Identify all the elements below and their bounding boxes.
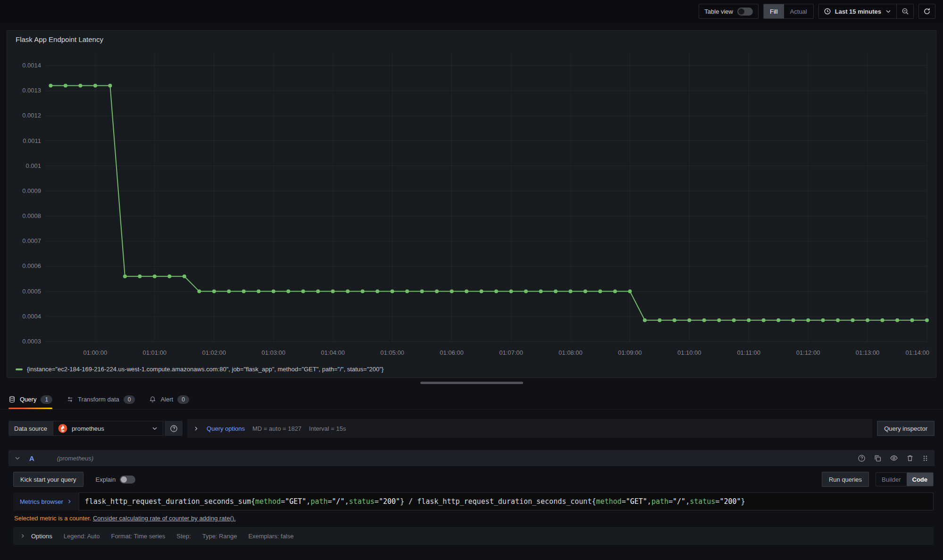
data-point — [584, 290, 587, 293]
counter-warning: Selected metric is a counter. Consider c… — [13, 515, 934, 522]
tab-query-count: 1 — [41, 395, 52, 404]
chart-legend: {instance="ec2-184-169-216-224.us-west-1… — [13, 363, 930, 374]
explain-control: Explain — [96, 476, 136, 484]
data-point — [167, 275, 171, 278]
data-point — [64, 84, 67, 88]
promql-query-input[interactable]: flask_http_request_duration_seconds_sum{… — [79, 493, 934, 510]
fill-actual-segment: Fill Actual — [763, 4, 814, 19]
tab-alert[interactable]: Alert 0 — [149, 390, 189, 409]
data-point — [153, 275, 157, 278]
run-queries-button[interactable]: Run queries — [822, 472, 869, 487]
explain-toggle[interactable] — [120, 476, 135, 484]
query-options-header[interactable]: Query options MD = auto = 1827 Interval … — [187, 419, 872, 438]
data-point — [93, 84, 97, 88]
actual-option[interactable]: Actual — [784, 4, 813, 18]
data-point — [242, 290, 246, 293]
trash-icon[interactable] — [906, 454, 914, 462]
data-point — [866, 318, 869, 322]
query-row-actions — [858, 454, 929, 462]
data-point — [673, 318, 676, 322]
data-point — [792, 318, 795, 322]
query-inspector-button[interactable]: Query inspector — [877, 421, 935, 436]
x-axis-label: 01:05:00 — [380, 349, 404, 356]
options-header[interactable]: Options — [20, 533, 52, 540]
data-point — [197, 290, 201, 293]
data-point — [465, 290, 468, 293]
time-range-picker[interactable]: Last 15 minutes — [819, 4, 896, 18]
series-label[interactable]: {instance="ec2-184-169-216-224.us-west-1… — [27, 366, 384, 373]
x-axis-label: 01:11:00 — [737, 349, 760, 356]
data-point — [331, 290, 335, 293]
data-point — [301, 290, 305, 293]
y-axis-label: 0.0007 — [22, 237, 41, 244]
code-option[interactable]: Code — [907, 473, 934, 486]
help-circle-icon — [170, 425, 178, 433]
query-row-header[interactable]: A (prometheus) — [8, 450, 935, 466]
duplicate-icon[interactable] — [874, 454, 882, 462]
table-view-toggle[interactable] — [737, 8, 753, 16]
query-datasource-hint: (prometheus) — [57, 455, 93, 462]
datasource-select[interactable]: prometheus — [53, 421, 163, 436]
warning-rate-link[interactable]: Consider calculating rate of counter by … — [93, 515, 236, 522]
options-format: Format: Time series — [111, 533, 165, 540]
tab-transform-data[interactable]: Transform data 0 — [67, 390, 135, 409]
query-toolbar-row: Kick start your query Explain Run querie… — [13, 472, 934, 487]
data-point — [227, 290, 231, 293]
datasource-help-button[interactable] — [165, 421, 183, 436]
panel-editor-toolbar: Table view Fill Actual Last 15 minutes — [0, 0, 943, 23]
x-axis-label: 01:09:00 — [618, 349, 642, 356]
tab-query-label: Query — [20, 396, 36, 403]
data-point — [776, 318, 780, 322]
builder-code-segment: Builder Code — [876, 472, 934, 486]
x-axis-label: 01:12:00 — [796, 349, 820, 356]
tab-alert-label: Alert — [160, 396, 173, 403]
options-type: Type: Range — [202, 533, 237, 540]
data-point — [49, 84, 52, 88]
builder-option[interactable]: Builder — [876, 473, 906, 486]
data-point — [747, 318, 751, 322]
chevron-right-icon — [67, 499, 72, 504]
x-axis-label: 01:07:00 — [499, 349, 523, 356]
x-axis-label: 01:02:00 — [202, 349, 226, 356]
eye-icon[interactable] — [890, 454, 898, 462]
query-options-label[interactable]: Query options — [207, 425, 245, 432]
help-circle-icon[interactable] — [858, 454, 866, 462]
data-point — [806, 318, 810, 322]
data-point — [524, 290, 528, 293]
collapse-chevron-icon[interactable] — [14, 455, 21, 461]
y-axis-label: 0.001 — [25, 162, 41, 169]
x-axis-label: 01:03:00 — [261, 349, 285, 356]
data-point — [895, 318, 899, 322]
datasource-label: Data source — [8, 421, 53, 436]
metrics-browser-button[interactable]: Metrics browser — [13, 493, 79, 510]
latency-chart-svg[interactable]: 0.00140.00130.00120.00110.0010.00090.000… — [13, 44, 930, 363]
data-point — [272, 290, 275, 293]
query-row-body: Kick start your query Explain Run querie… — [8, 466, 935, 545]
tab-query[interactable]: Query 1 — [8, 390, 52, 409]
metrics-browser-label: Metrics browser — [20, 498, 63, 505]
x-axis-label: 01:14:00 — [905, 349, 929, 356]
data-point — [643, 318, 647, 322]
query-options-summary-row[interactable]: Options Legend: Auto Format: Time series… — [13, 527, 934, 545]
data-point — [435, 290, 439, 293]
refresh-button[interactable] — [918, 4, 935, 19]
x-axis-label: 01:13:00 — [856, 349, 880, 356]
latency-chart[interactable]: 0.00140.00130.00120.00110.0010.00090.000… — [13, 44, 930, 363]
y-axis-label: 0.0004 — [22, 313, 41, 320]
data-point — [702, 318, 706, 322]
data-point — [391, 290, 394, 293]
chevron-right-icon — [20, 533, 25, 539]
series-line — [50, 86, 927, 320]
horizontal-scrollbar[interactable] — [420, 382, 523, 384]
zoom-out-button[interactable] — [896, 4, 913, 18]
tab-alert-count: 0 — [177, 395, 189, 404]
chevron-down-icon — [885, 8, 892, 15]
fill-option[interactable]: Fill — [764, 4, 784, 18]
drag-handle-icon[interactable] — [922, 455, 929, 462]
panel-title: Flask App Endpoint Latency — [13, 33, 930, 44]
data-point — [316, 290, 320, 293]
data-point — [286, 290, 290, 293]
prometheus-icon — [58, 424, 67, 433]
kick-start-query-button[interactable]: Kick start your query — [13, 472, 83, 487]
datasource-row: Data source prometheus Query options MD … — [8, 419, 935, 438]
